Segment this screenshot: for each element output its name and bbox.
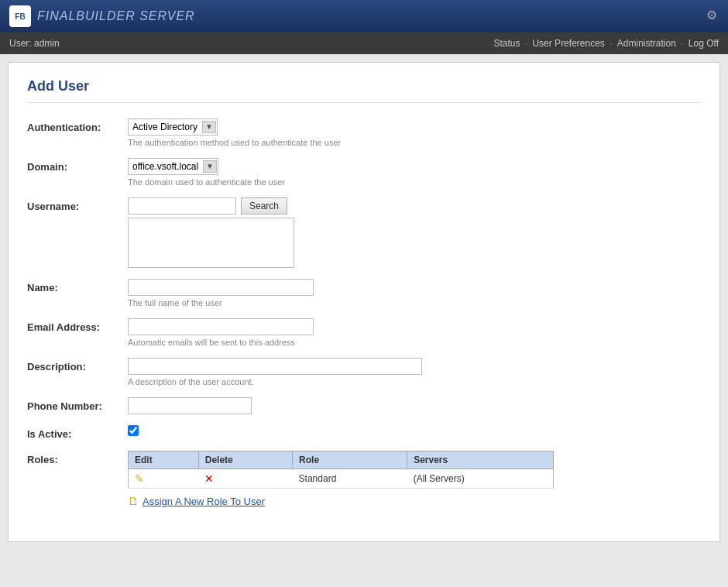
email-input[interactable] (128, 318, 314, 335)
page-title: Add User (27, 78, 701, 103)
description-label: Description: (27, 358, 128, 372)
delete-icon[interactable]: ✕ (204, 472, 214, 485)
email-label: Email Address: (27, 318, 128, 333)
domain-select-wrapper: office.vsoft.local ▼ (128, 158, 218, 175)
domain-field: office.vsoft.local ▼ The domain used to … (128, 158, 701, 187)
role-name-cell: Standard (293, 469, 407, 489)
main-content: Add User Authentication: Active Director… (8, 62, 720, 542)
is-active-checkbox[interactable] (128, 425, 139, 436)
phone-label: Phone Number: (27, 397, 128, 412)
edit-icon[interactable]: ✎ (135, 472, 144, 485)
domain-label: Domain: (27, 158, 128, 173)
phone-input[interactable] (128, 397, 252, 414)
is-active-label: Is Active: (27, 425, 128, 440)
email-row: Email Address: Automatic emails will be … (27, 318, 701, 347)
username-field: Search (128, 197, 701, 268)
authentication-field: Active Directory Local ▼ The authenticat… (128, 118, 701, 147)
top-bar: FB FINALBUILDER Server ⚙ (0, 0, 728, 33)
administration-link[interactable]: Administration (617, 38, 676, 49)
roles-table-body: ✎ ✕ Standard (All Servers) (129, 469, 554, 489)
roles-table: Edit Delete Role Servers ✎ ✕ (128, 451, 554, 489)
authentication-row: Authentication: Active Directory Local ▼… (27, 118, 701, 147)
username-listbox[interactable] (128, 218, 294, 268)
assign-link-row: 🗋 Assign A New Role To User (128, 495, 701, 507)
is-active-field (128, 425, 701, 438)
name-input[interactable] (128, 279, 314, 296)
table-row: ✎ ✕ Standard (All Servers) (129, 469, 554, 489)
description-row: Description: A description of the user a… (27, 358, 701, 386)
user-preferences-link[interactable]: User Preferences (532, 38, 604, 49)
is-active-row: Is Active: (27, 425, 701, 440)
description-hint: A description of the user account. (128, 377, 701, 386)
col-edit: Edit (129, 451, 199, 469)
domain-hint: The domain used to authenticate the user (128, 177, 701, 187)
role-delete-cell: ✕ (198, 469, 292, 489)
username-input-row: Search (128, 197, 701, 215)
phone-field (128, 397, 701, 414)
domain-row: Domain: office.vsoft.local ▼ The domain … (27, 158, 701, 187)
roles-header-row: Edit Delete Role Servers (129, 451, 554, 469)
logo-text: FINALBUILDER Server (37, 9, 195, 23)
assign-icon: 🗋 (128, 495, 139, 507)
email-field-area: Automatic emails will be sent to this ad… (128, 318, 701, 347)
description-input[interactable] (128, 358, 422, 375)
logo-icon: FB (9, 5, 31, 27)
logo-main: FINALBUILDER (37, 9, 136, 22)
roles-table-header: Edit Delete Role Servers (129, 451, 554, 469)
name-field: The full name of the user (128, 279, 701, 307)
authentication-label: Authentication: (27, 118, 128, 133)
nav-sep-2: - (610, 38, 613, 49)
roles-row: Roles: Edit Delete Role Servers (27, 451, 701, 507)
domain-select[interactable]: office.vsoft.local (128, 158, 218, 175)
col-delete: Delete (198, 451, 292, 469)
status-link[interactable]: Status (493, 38, 520, 49)
logo-sub: Server (139, 9, 195, 22)
assign-new-role-link[interactable]: Assign A New Role To User (143, 496, 265, 507)
roles-field: Edit Delete Role Servers ✎ ✕ (128, 451, 701, 507)
logo-area: FB FINALBUILDER Server (9, 5, 195, 27)
username-input[interactable] (128, 197, 236, 215)
name-hint: The full name of the user (128, 298, 701, 307)
user-bar: User: admin Status - User Preferences - … (0, 33, 728, 54)
username-label: Username: (27, 197, 128, 212)
phone-row: Phone Number: (27, 397, 701, 414)
authentication-hint: The authentication method used to authen… (128, 138, 701, 147)
gear-icon: ⚙ (706, 8, 717, 22)
username-row: Username: Search (27, 197, 701, 268)
name-label: Name: (27, 279, 128, 294)
role-servers-cell: (All Servers) (407, 469, 554, 489)
roles-label: Roles: (27, 451, 128, 465)
nav-links: Status - User Preferences - Administrati… (493, 38, 719, 49)
authentication-select-wrapper: Active Directory Local ▼ (128, 118, 218, 136)
name-row: Name: The full name of the user (27, 279, 701, 307)
nav-sep-1: - (524, 38, 527, 49)
col-servers: Servers (407, 451, 554, 469)
user-label: User: admin (9, 38, 60, 49)
search-button[interactable]: Search (241, 197, 287, 215)
description-field: A description of the user account. (128, 358, 701, 386)
nav-sep-3: - (681, 38, 684, 49)
logoff-link[interactable]: Log Off (689, 38, 719, 49)
email-hint: Automatic emails will be sent to this ad… (128, 338, 701, 347)
authentication-select[interactable]: Active Directory Local (128, 118, 218, 136)
col-role: Role (293, 451, 407, 469)
role-edit-cell: ✎ (129, 469, 199, 489)
